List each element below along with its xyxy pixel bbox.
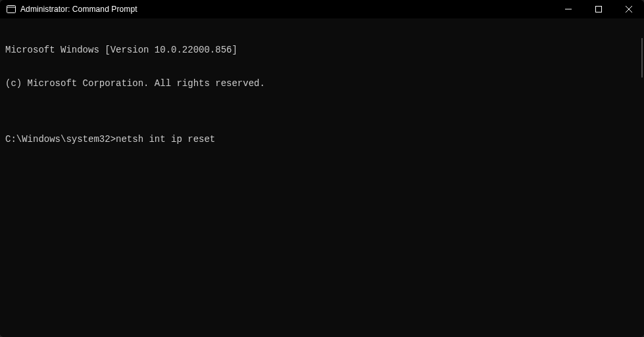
scrollbar[interactable] xyxy=(641,38,643,78)
close-button[interactable] xyxy=(614,0,644,18)
command-text: netsh int ip reset xyxy=(116,134,215,145)
window-controls xyxy=(553,0,644,18)
output-line: (c) Microsoft Corporation. All rights re… xyxy=(5,78,644,89)
prompt-line: C:\Windows\system32>netsh int ip reset xyxy=(5,134,644,145)
titlebar[interactable]: Administrator: Command Prompt xyxy=(0,0,644,18)
prompt-text: C:\Windows\system32> xyxy=(5,134,116,145)
window-title: Administrator: Command Prompt xyxy=(20,5,137,14)
terminal-area[interactable]: Microsoft Windows [Version 10.0.22000.85… xyxy=(0,18,644,337)
svg-rect-3 xyxy=(596,7,602,12)
titlebar-left: Administrator: Command Prompt xyxy=(0,5,553,14)
svg-rect-0 xyxy=(7,6,16,13)
minimize-button[interactable] xyxy=(553,0,583,18)
maximize-button[interactable] xyxy=(583,0,614,18)
terminal-icon xyxy=(7,5,16,14)
command-prompt-window: Administrator: Command Prompt Microsoft … xyxy=(0,0,644,337)
output-line: Microsoft Windows [Version 10.0.22000.85… xyxy=(5,45,644,56)
